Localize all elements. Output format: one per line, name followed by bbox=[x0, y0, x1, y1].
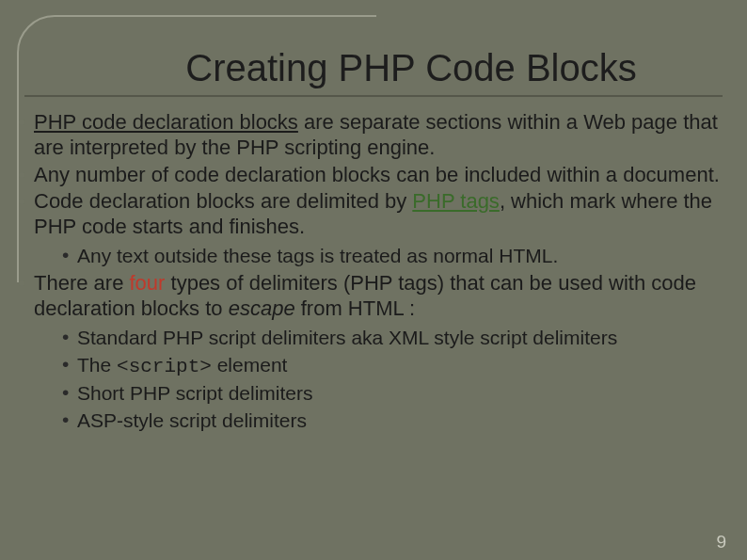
bullet-2: Any number of code declaration blocks ca… bbox=[30, 163, 723, 188]
bullet-4-count: four bbox=[130, 271, 166, 295]
slide-content: Creating PHP Code Blocks PHP code declar… bbox=[0, 0, 747, 560]
bullet-4-sub-2-code: <script> bbox=[117, 356, 212, 377]
bullet-3-pre: Code declaration blocks are delimited by bbox=[34, 189, 412, 213]
bullet-4-sub-4-text: ASP-style script delimiters bbox=[77, 409, 307, 431]
bullet-4-sub-3: Short PHP script delimiters bbox=[62, 381, 723, 407]
bullet-4-sub-2-post: element bbox=[212, 354, 288, 376]
bullet-1: PHP code declaration blocks are separate… bbox=[30, 110, 723, 161]
bullet-4-pre: There are bbox=[34, 271, 130, 295]
bullet-4-sub-1-text: Standard PHP script delimiters aka XML s… bbox=[77, 327, 617, 348]
bullet-4-sub-1: Standard PHP script delimiters aka XML s… bbox=[62, 326, 723, 351]
slide-title: Creating PHP Code Blocks bbox=[24, 47, 723, 89]
bullet-4-post: from HTML : bbox=[295, 296, 416, 320]
bullet-3: Code declaration blocks are delimited by… bbox=[30, 189, 723, 269]
bullet-2-text: Any number of code declaration blocks ca… bbox=[34, 163, 720, 186]
bullet-4-sublist: Standard PHP script delimiters aka XML s… bbox=[34, 326, 723, 435]
bullet-4: There are four types of delimiters (PHP … bbox=[30, 271, 723, 434]
bullet-3-sublist: Any text outside these tags is treated a… bbox=[34, 244, 723, 269]
bullet-4-sub-4: ASP-style script delimiters bbox=[62, 408, 723, 434]
bullet-4-escape: escape bbox=[229, 296, 295, 320]
main-bullet-list: PHP code declaration blocks are separate… bbox=[24, 110, 723, 434]
bullet-3-term: PHP tags bbox=[412, 189, 500, 213]
bullet-3-sub-1-text: Any text outside these tags is treated a… bbox=[77, 245, 558, 266]
page-number: 9 bbox=[716, 532, 726, 552]
title-underline bbox=[24, 95, 723, 97]
bullet-1-term: PHP code declaration blocks bbox=[34, 110, 298, 134]
bullet-4-sub-2-pre: The bbox=[77, 354, 117, 376]
bullet-4-sub-2: The <script> element bbox=[62, 353, 723, 380]
bullet-4-sub-3-text: Short PHP script delimiters bbox=[77, 382, 313, 404]
bullet-3-sub-1: Any text outside these tags is treated a… bbox=[62, 244, 723, 269]
